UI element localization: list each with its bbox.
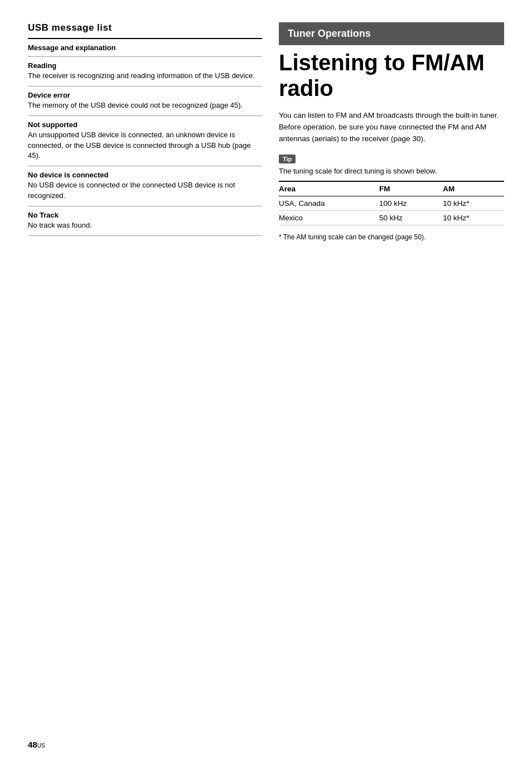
message-item-title: Reading [28, 61, 262, 70]
col-header-am: AM [443, 181, 504, 196]
page-superscript: US [37, 743, 45, 749]
tip-text: The tuning scale for direct tuning is sh… [279, 167, 504, 175]
table-cell: 50 kHz [379, 210, 443, 225]
usb-title: USB message list [28, 22, 262, 33]
tuning-table-header-row: Area FM AM [279, 181, 504, 196]
message-item-text: The receiver is recognizing and reading … [28, 71, 262, 81]
section-top-divider [28, 38, 262, 39]
tuner-ops-banner: Tuner Operations [279, 22, 504, 45]
table-cell: Mexico [279, 210, 379, 225]
page-number: 48 [28, 740, 37, 749]
two-column-layout: USB message list Message and explanation… [28, 22, 504, 242]
message-divider-4 [28, 235, 262, 236]
table-cell: 100 kHz [379, 196, 443, 210]
message-item-title: No device is connected [28, 171, 262, 179]
table-row: USA, Canada100 kHz10 kHz* [279, 196, 504, 210]
tuning-table-body: USA, Canada100 kHz10 kHz*Mexico50 kHz10 … [279, 196, 504, 225]
right-column: Tuner Operations Listening to FM/AM radi… [279, 22, 504, 242]
col-header-area: Area [279, 181, 379, 196]
message-item-text: No USB device is connected or the connec… [28, 180, 262, 201]
message-item: Not supportedAn unsupported USB device i… [28, 121, 262, 162]
message-item-title: No Track [28, 211, 262, 219]
table-cell: USA, Canada [279, 196, 379, 210]
message-item: Device errorThe memory of the USB device… [28, 91, 262, 111]
message-item-title: Not supported [28, 121, 262, 129]
message-item-text: An unsupported USB device is connected, … [28, 130, 262, 162]
message-divider-0 [28, 86, 262, 86]
message-divider-1 [28, 115, 262, 116]
message-item: ReadingThe receiver is recognizing and r… [28, 61, 262, 81]
table-row: Mexico50 kHz10 kHz* [279, 210, 504, 225]
page-number-container: 48US [28, 740, 45, 749]
tuning-table: Area FM AM USA, Canada100 kHz10 kHz*Mexi… [279, 181, 504, 225]
message-item: No TrackNo track was found. [28, 211, 262, 231]
message-item: No device is connectedNo USB device is c… [28, 171, 262, 201]
table-cell: 10 kHz* [443, 210, 504, 225]
message-list: ReadingThe receiver is recognizing and r… [28, 61, 262, 236]
message-item-text: The memory of the USB device could not b… [28, 100, 262, 111]
col-header-fm: FM [379, 181, 443, 196]
message-divider-2 [28, 166, 262, 166]
listening-title: Listening to FM/AM radio [279, 50, 504, 101]
footnote-text: * The AM tuning scale can be changed (pa… [279, 232, 504, 242]
tuning-table-head: Area FM AM [279, 181, 504, 196]
left-column: USB message list Message and explanation… [28, 22, 262, 242]
message-item-text: No track was found. [28, 220, 262, 231]
table-cell: 10 kHz* [443, 196, 504, 210]
message-item-title: Device error [28, 91, 262, 99]
message-explanation-header: Message and explanation [28, 44, 262, 52]
divider-0 [28, 56, 262, 57]
page-container: USB message list Message and explanation… [0, 0, 532, 766]
message-divider-3 [28, 206, 262, 206]
tip-label: Tip [279, 155, 296, 163]
intro-text: You can listen to FM and AM broadcasts t… [279, 110, 504, 145]
